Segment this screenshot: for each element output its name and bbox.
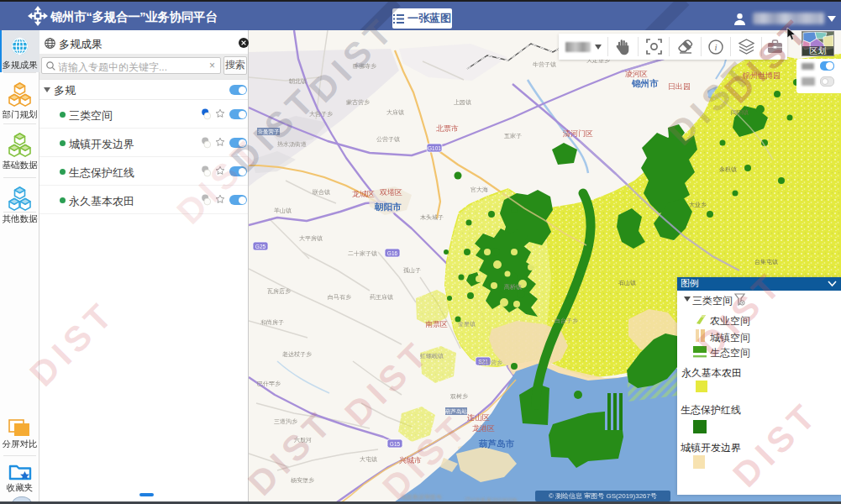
- svg-text:牛营子镇: 牛营子镇: [533, 61, 556, 68]
- svg-text:北票市: 北票市: [436, 124, 459, 133]
- svg-text:和尚房子: 和尚房子: [260, 319, 284, 326]
- svg-text:朝北镇: 朝北镇: [288, 78, 307, 85]
- svg-text:老达杖子乡: 老达杖子乡: [282, 351, 312, 358]
- svg-text:六股河: 六股河: [294, 437, 312, 444]
- svg-text:高桥镇: 高桥镇: [504, 284, 522, 291]
- svg-text:上园镇: 上园镇: [454, 99, 471, 106]
- svg-text:台集屯镇: 台集屯镇: [754, 259, 778, 265]
- svg-text:木头城子: 木头城子: [420, 214, 444, 221]
- svg-text:双树乡: 双树乡: [450, 393, 468, 400]
- svg-text:锦州世博园: 锦州世博园: [742, 71, 781, 80]
- svg-text:葫芦岛站: 葫芦岛站: [445, 408, 468, 415]
- svg-text:G101: G101: [428, 145, 441, 151]
- svg-text:孤山子: 孤山子: [403, 267, 421, 274]
- svg-text:卧佛寺乡: 卧佛寺乡: [353, 63, 376, 70]
- svg-text:区划: 区划: [810, 46, 827, 55]
- svg-text:杨安堡乡: 杨安堡乡: [290, 477, 314, 484]
- svg-text:大屯镇: 大屯镇: [360, 456, 377, 463]
- svg-text:奈曼营子: 奈曼营子: [258, 129, 281, 135]
- svg-text:兴城市: 兴城市: [399, 456, 422, 465]
- svg-text:白马石乡: 白马石乡: [328, 294, 351, 301]
- svg-text:虹螺岘镇: 虹螺岘镇: [420, 353, 444, 360]
- svg-text:余积镇: 余积镇: [719, 166, 737, 173]
- svg-text:凌河区: 凌河区: [625, 70, 648, 78]
- svg-text:大平房镇: 大平房镇: [299, 235, 323, 242]
- svg-text:G25: G25: [255, 244, 266, 249]
- svg-text:i: i: [714, 42, 717, 52]
- svg-text:清河门区: 清河门区: [562, 129, 593, 138]
- svg-text:葫芦岛市: 葫芦岛市: [478, 438, 515, 449]
- svg-text:联合镇: 联合镇: [313, 189, 330, 196]
- svg-text:五家子: 五家子: [504, 133, 522, 139]
- svg-text:热水汤街道: 热水汤街道: [277, 141, 307, 148]
- svg-text:白台子乡: 白台子乡: [555, 318, 578, 324]
- svg-text:锦州市: 锦州市: [631, 78, 659, 88]
- svg-text:羊山镇: 羊山镇: [274, 207, 292, 214]
- svg-text:沙河营乡: 沙河营乡: [479, 360, 502, 366]
- svg-text:大营子乡: 大营子乡: [309, 111, 333, 118]
- svg-text:二十家子镇: 二十家子镇: [348, 250, 377, 257]
- svg-text:龙港区: 龙港区: [472, 424, 495, 433]
- svg-text:三道沟乡: 三道沟乡: [274, 418, 297, 425]
- svg-text:瓦房店乡: 瓦房店乡: [267, 287, 291, 295]
- svg-text:连山区: 连山区: [467, 413, 490, 422]
- svg-text:大庙镇: 大庙镇: [386, 109, 404, 116]
- svg-text:龙城区: 龙城区: [352, 190, 375, 198]
- svg-text:官大海: 官大海: [470, 186, 488, 193]
- svg-text:药王庙镇: 药王庙镇: [370, 294, 393, 301]
- svg-text:G16: G16: [387, 250, 398, 256]
- svg-text:日出园: 日出园: [668, 82, 691, 91]
- svg-text:石山镇: 石山镇: [618, 280, 636, 286]
- svg-text:闾阳镇: 闾阳镇: [731, 109, 749, 116]
- svg-text:朝阳市: 朝阳市: [374, 202, 402, 212]
- svg-text:金星镇: 金星镇: [458, 321, 476, 328]
- svg-text:G15: G15: [390, 441, 401, 447]
- svg-text:大业乡: 大业乡: [689, 202, 707, 208]
- svg-text:巴什罕乡: 巴什罕乡: [257, 381, 281, 387]
- svg-text:蒙古营乡: 蒙古营乡: [346, 99, 370, 106]
- svg-text:公营子镇: 公营子镇: [376, 136, 400, 143]
- svg-text:双塔区: 双塔区: [379, 188, 402, 197]
- svg-text:南票区: 南票区: [425, 320, 448, 328]
